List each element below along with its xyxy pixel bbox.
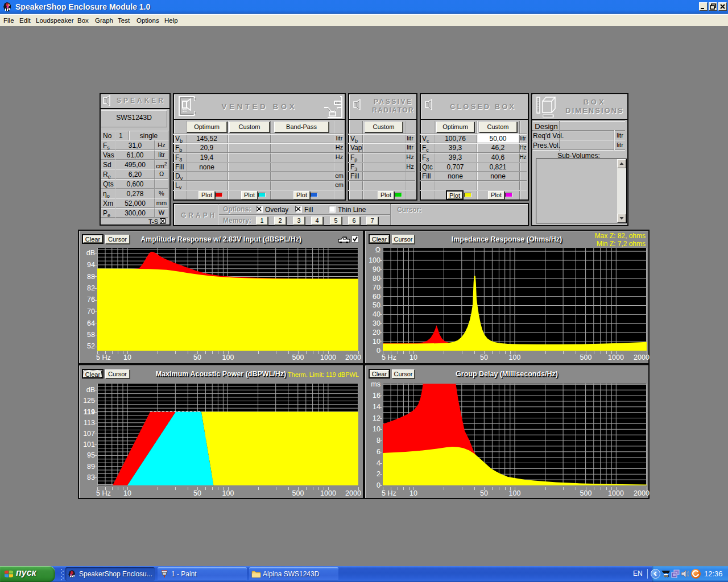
svg-text:qиp: qиp [664,574,669,577]
